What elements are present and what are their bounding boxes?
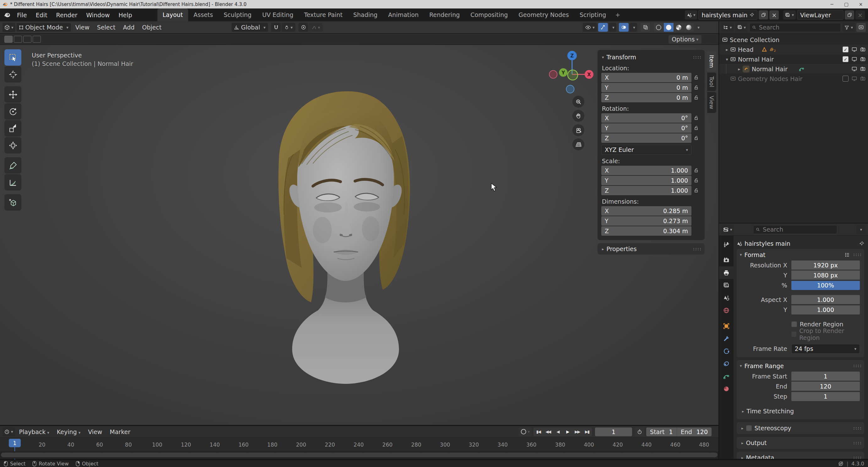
toggle-xray-button[interactable] [641, 23, 650, 32]
outliner-editor-type-button[interactable]: ▾ [721, 23, 734, 32]
resolution-x-field[interactable]: 1920 px [792, 261, 860, 270]
presets-icon[interactable] [845, 252, 850, 257]
resolution-percentage-slider[interactable]: 100% [792, 281, 860, 290]
toggle-ortho-button[interactable] [572, 138, 584, 150]
viewlayer-copy-button[interactable] [845, 10, 854, 20]
expand-icon[interactable]: ▸ [723, 47, 731, 52]
tab-modifier-properties[interactable] [719, 332, 734, 345]
timeline-scroll-area[interactable] [0, 451, 718, 459]
proportional-editing-toggle[interactable] [299, 23, 308, 32]
location-y-field[interactable]: Y0 m [601, 83, 691, 92]
properties-options-dropdown[interactable]: ▾ [857, 225, 866, 234]
transform-collapse-icon[interactable]: ▾ [602, 55, 604, 60]
dimension-z-field[interactable]: Z0.304 m [601, 226, 691, 236]
properties-subpanel[interactable]: ▸ Properties [597, 243, 705, 255]
panel-grip-icon[interactable] [853, 253, 861, 256]
next-keyframe-button[interactable]: ▶▶ [572, 428, 582, 436]
snap-target-dropdown[interactable]: ▾ [281, 23, 295, 32]
viewlayer-browse-button[interactable]: ▾ [783, 10, 796, 20]
scene-browse-button[interactable]: ▾ [685, 10, 698, 20]
menu-edit[interactable]: Edit [31, 11, 52, 19]
show-overlays-toggle[interactable] [619, 23, 629, 32]
hide-viewport-icon[interactable] [852, 66, 857, 72]
n-panel-tab-item[interactable]: Item [707, 51, 716, 72]
dimension-y-field[interactable]: Y0.273 m [601, 216, 691, 226]
scale-y-field[interactable]: Y1.000 [601, 176, 691, 185]
shading-rendered-button[interactable] [684, 23, 694, 32]
tool-add-cube[interactable] [4, 194, 21, 210]
menu-window[interactable]: Window [82, 11, 114, 19]
panel-grip-icon[interactable] [853, 364, 861, 367]
tab-geometry-nodes[interactable]: Geometry Nodes [513, 8, 574, 21]
minimize-button[interactable]: ─ [825, 0, 839, 8]
stereoscopy-checkbox[interactable] [746, 425, 752, 431]
viewport-canvas[interactable]: User Perspective (1) Scene Collection | … [0, 45, 718, 425]
tool-move[interactable] [4, 86, 21, 103]
object-visibility-dropdown[interactable]: ▾ [583, 23, 597, 32]
tab-render-properties[interactable] [719, 254, 734, 266]
viewlayer-name-field[interactable]: ViewLayer [797, 10, 843, 20]
play-reverse-button[interactable]: ◀ [553, 428, 563, 436]
tool-cursor[interactable] [4, 66, 21, 82]
tool-annotate[interactable] [4, 157, 21, 173]
tab-data-properties[interactable] [719, 370, 734, 382]
shading-material-button[interactable] [674, 23, 684, 32]
frame-start-field[interactable]: 1 [792, 372, 860, 381]
start-frame-field[interactable]: Start1 [646, 428, 677, 435]
use-preview-range-button[interactable] [634, 428, 644, 436]
shading-solid-button[interactable] [664, 23, 674, 32]
tool-scale[interactable] [4, 120, 21, 136]
tab-scripting[interactable]: Scripting [574, 8, 612, 21]
timeline-menu-keying[interactable]: Keying▾ [53, 428, 84, 435]
new-collection-button[interactable] [857, 23, 866, 32]
tool-rotate[interactable] [4, 103, 21, 120]
network-offline-icon[interactable] [838, 461, 843, 466]
aspect-y-field[interactable]: 1.000 [792, 305, 860, 314]
resolution-y-field[interactable]: 1080 px [792, 270, 860, 280]
timeline-editor-type-button[interactable]: ▾ [2, 427, 15, 436]
tool-transform[interactable] [4, 137, 21, 154]
lock-icon[interactable] [691, 85, 701, 90]
zoom-view-button[interactable] [572, 96, 584, 108]
render-region-checkbox[interactable]: Render Region [792, 321, 860, 328]
menu-file[interactable]: File [12, 11, 31, 19]
shading-dropdown[interactable]: ▾ [694, 23, 702, 32]
frame-range-collapse-icon[interactable]: ▾ [740, 363, 742, 368]
current-frame-field[interactable]: 1 [595, 428, 632, 436]
tab-tool-properties[interactable] [719, 238, 734, 251]
timeline-menu-view[interactable]: View [85, 428, 105, 435]
tab-shading[interactable]: Shading [348, 8, 383, 21]
exclude-checkbox[interactable]: ✓ [842, 56, 848, 62]
location-x-field[interactable]: X0 m [601, 73, 691, 82]
metadata-panel[interactable]: ▸ Metadata [737, 452, 864, 459]
add-workspace-button[interactable]: + [611, 8, 624, 21]
viewport-menu-add[interactable]: Add [119, 24, 138, 31]
viewport-menu-select[interactable]: Select [94, 24, 119, 31]
aspect-x-field[interactable]: 1.000 [792, 295, 860, 304]
properties-editor-type-button[interactable]: ▾ [721, 225, 734, 234]
proportional-falloff-dropdown[interactable]: ▾ [309, 23, 322, 32]
disable-render-icon[interactable] [860, 76, 866, 81]
stereoscopy-panel[interactable]: ▸ Stereoscopy [737, 422, 864, 434]
lock-icon[interactable] [691, 168, 701, 173]
expand-icon[interactable]: ▸ [736, 67, 743, 72]
exclude-checkbox[interactable] [842, 76, 848, 81]
snap-magnet-toggle[interactable] [271, 23, 281, 32]
timeline-ruler[interactable]: 2040608010012014016018020022024026028030… [0, 437, 718, 451]
dimension-x-field[interactable]: X0.285 m [601, 206, 691, 215]
jump-to-end-button[interactable]: ▶▮ [582, 428, 592, 436]
disable-render-icon[interactable] [860, 66, 866, 72]
tab-viewlayer-properties[interactable] [719, 279, 734, 292]
lock-icon[interactable] [691, 115, 701, 121]
pan-view-button[interactable] [572, 110, 584, 122]
rotation-y-field[interactable]: Y0° [601, 123, 691, 133]
format-collapse-icon[interactable]: ▾ [740, 252, 742, 257]
select-mode-new-button[interactable] [4, 36, 12, 43]
select-mode-intersect-button[interactable] [33, 36, 41, 43]
lock-icon[interactable] [691, 95, 701, 100]
hide-viewport-icon[interactable] [852, 47, 857, 52]
tab-world-properties[interactable] [719, 304, 734, 317]
time-stretching-subpanel[interactable]: ▸ Time Stretching [737, 406, 864, 416]
disable-render-icon[interactable] [860, 57, 866, 62]
scene-name-field[interactable]: hairstyles main [699, 10, 757, 20]
